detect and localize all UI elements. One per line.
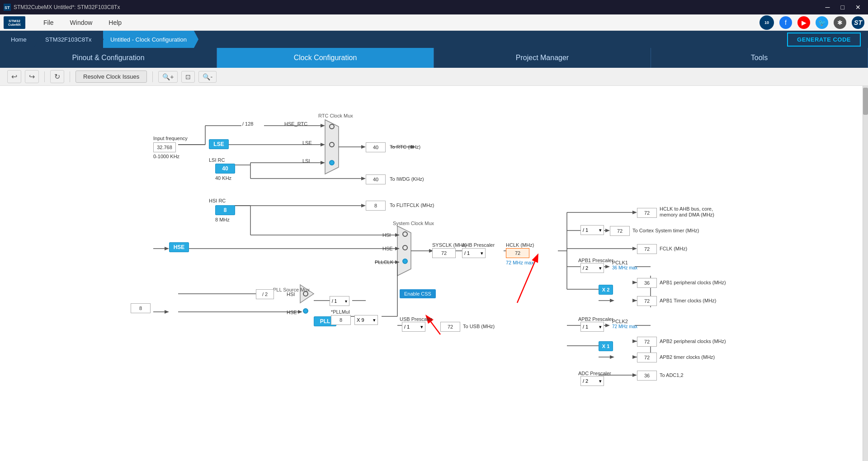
svg-marker-93 — [165, 247, 169, 250]
refresh-button[interactable]: ↻ — [50, 70, 64, 83]
toolbar-separator — [44, 71, 45, 82]
rtc-radio-lsi[interactable] — [329, 160, 335, 165]
sysclk-value[interactable]: 72 — [432, 248, 456, 258]
maximize-button[interactable]: □ — [837, 3, 848, 12]
menu-right: 10 f ▶ 🐦 ✱ ST — [760, 15, 864, 30]
x9-select[interactable]: X 9 ▾ — [354, 315, 378, 325]
to-flit-label: To FLITFCLK (MHz) — [390, 202, 434, 208]
rtc-radio-lse[interactable] — [329, 142, 335, 147]
twitter-icon[interactable]: 🐦 — [816, 16, 828, 29]
fclk-label: FCLK (MHz) — [660, 246, 687, 251]
hclk-max: 72 MHz max — [506, 260, 534, 265]
pll-radio-hse[interactable] — [303, 308, 308, 314]
svg-marker-33 — [395, 260, 400, 264]
toolbar: ↩ ↪ ↻ Resolve Clock Issues 🔍+ ⊡ 🔍- — [0, 68, 868, 86]
network-icon[interactable]: ✱ — [834, 16, 846, 29]
hclk-ahb-label2: memory and DMA (MHz) — [660, 212, 714, 217]
window-title: STM32CubeMX Untitled*: STM32F103C8Tx — [14, 4, 120, 10]
menu-bar: STM32 CubeMX File Window Help 10 f ▶ 🐦 ✱… — [0, 14, 868, 31]
adc-select[interactable]: / 2 ▾ — [580, 376, 604, 386]
hclk-value[interactable]: 72 — [506, 248, 529, 258]
breadcrumb-device[interactable]: STM32F103C8Tx — [38, 31, 99, 48]
hse-sys-label: HSE — [382, 246, 393, 251]
clock-diagram[interactable]: Input frequency 32.768 0-1000 KHz LSE LS… — [0, 86, 863, 461]
sys-radio-hsi[interactable] — [402, 231, 408, 237]
anniversary-icon[interactable]: 10 — [760, 15, 774, 30]
x1-box[interactable]: X 1 — [599, 341, 613, 351]
apb2-select[interactable]: / 1 ▾ — [580, 322, 604, 332]
toolbar-separator2 — [70, 71, 70, 82]
menu-help[interactable]: Help — [101, 17, 129, 28]
hsi-rc-box[interactable]: 8 — [215, 205, 235, 215]
pll-div1-select[interactable]: / 1 ▾ — [330, 296, 349, 306]
sysclk-label: SYSCLK (MHz) — [432, 242, 467, 248]
x2-box[interactable]: X 2 — [599, 285, 613, 295]
youtube-icon[interactable]: ▶ — [797, 16, 810, 29]
hsi-rc-label: HSI RC — [209, 198, 226, 203]
hse-rtc-label: HSE_RTC — [284, 121, 307, 127]
svg-marker-72 — [610, 355, 614, 359]
tab-bar: Pinout & Configuration Clock Configurati… — [0, 48, 868, 68]
redo-button[interactable]: ↪ — [25, 70, 39, 83]
cortex-div-select[interactable]: / 1 ▾ — [580, 225, 604, 235]
breadcrumb-current[interactable]: Untitled - Clock Configuration — [103, 31, 194, 48]
to-rtc-label: To RTC (KHz) — [390, 144, 420, 150]
toolbar-separator3 — [152, 71, 153, 82]
right-scrollbar[interactable] — [863, 86, 868, 461]
usb-div1-select[interactable]: / 1 ▾ — [402, 322, 425, 332]
svg-marker-63 — [605, 324, 610, 327]
svg-marker-80 — [298, 310, 302, 314]
title-bar: ST STM32CubeMX Untitled*: STM32F103C8Tx … — [0, 0, 868, 14]
app-logo: STM32 CubeMX — [4, 16, 25, 29]
zoom-in-button[interactable]: 🔍+ — [158, 71, 178, 83]
ahb-select[interactable]: / 1 ▾ — [462, 248, 486, 258]
svg-marker-14 — [321, 161, 325, 165]
hse-box[interactable]: HSE — [169, 242, 189, 252]
resolve-clock-button[interactable]: Resolve Clock Issues — [75, 71, 147, 83]
svg-marker-29 — [395, 233, 400, 237]
apb1-timer-label: APB1 Timer clocks (MHz) — [660, 298, 716, 303]
tab-pinout[interactable]: Pinout & Configuration — [0, 48, 217, 68]
apb1-periph-value: 36 — [637, 278, 657, 288]
sys-radio-pll[interactable] — [402, 259, 408, 264]
to-adc-label: To ADC1,2 — [660, 372, 684, 378]
div128-label: / 128 — [242, 121, 253, 127]
input-freq-value[interactable]: 32.768 — [153, 142, 176, 152]
lsi-rc-box[interactable]: 40 — [215, 164, 235, 174]
svg-marker-69 — [632, 355, 637, 359]
fit-button[interactable]: ⊡ — [181, 71, 195, 83]
adc-prescaler-label: ADC Prescaler — [578, 371, 611, 376]
tab-project[interactable]: Project Manager — [434, 48, 651, 68]
zoom-out-button[interactable]: 🔍- — [198, 71, 217, 83]
hclk-ahb-label: HCLK to AHB bus, core, — [660, 206, 713, 212]
rtc-value: 40 — [366, 142, 386, 152]
pll-radio-hsi[interactable] — [303, 291, 308, 296]
generate-code-button[interactable]: GENERATE CODE — [787, 33, 861, 47]
enable-css-button[interactable]: Enable CSS — [400, 289, 436, 298]
menu-file[interactable]: File — [36, 17, 61, 28]
svg-marker-60 — [610, 299, 614, 302]
st-icon[interactable]: ST — [852, 16, 864, 29]
scrollbar-thumb[interactable] — [863, 88, 868, 115]
svg-marker-10 — [321, 143, 325, 146]
tab-tools[interactable]: Tools — [651, 48, 868, 68]
pllmul-value[interactable]: 8 — [331, 315, 351, 325]
ahb-label: AHB Prescaler — [462, 242, 495, 248]
breadcrumb-home[interactable]: Home — [7, 31, 34, 48]
minimize-button[interactable]: ─ — [822, 3, 834, 12]
apb2-periph-label: APB2 peripheral clocks (MHz) — [660, 339, 726, 344]
menu-window[interactable]: Window — [63, 17, 100, 28]
close-button[interactable]: ✕ — [852, 3, 864, 12]
lse-box[interactable]: LSE — [209, 139, 229, 149]
facebook-icon[interactable]: f — [779, 16, 792, 29]
fclk-value: 72 — [637, 244, 657, 254]
apb2-periph-value: 72 — [637, 337, 657, 347]
tab-clock[interactable]: Clock Configuration — [217, 48, 434, 68]
hse-input[interactable]: 8 — [131, 303, 151, 313]
pllclk-label: PLLCLK — [375, 259, 393, 265]
sys-radio-hse[interactable] — [402, 245, 408, 250]
undo-button[interactable]: ↩ — [7, 70, 21, 83]
breadcrumb-bar: Home › STM32F103C8Tx › Untitled - Clock … — [0, 31, 868, 48]
rtc-radio-hse[interactable] — [329, 124, 335, 129]
apb1-select[interactable]: / 2 ▾ — [580, 263, 604, 273]
